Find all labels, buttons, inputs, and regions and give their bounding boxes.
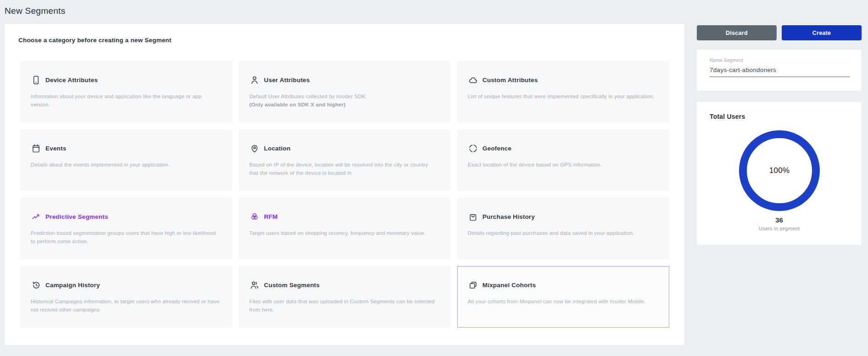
category-panel: Choose a category before creating a new … <box>5 24 684 345</box>
create-button[interactable]: Create <box>782 25 862 40</box>
category-grid: Device Attributes Information about your… <box>20 61 669 328</box>
category-card-predictive-segments[interactable]: Predictive Segments Prediction based seg… <box>20 198 232 259</box>
users-caption: Users in segment <box>697 226 862 231</box>
shopping-bag-icon <box>468 211 478 222</box>
category-card-device-attributes[interactable]: Device Attributes Information about your… <box>20 61 232 122</box>
map-pin-icon <box>249 143 259 153</box>
cohorts-icon <box>468 280 478 290</box>
category-card-custom-attributes[interactable]: Custom Attributes List of unique feature… <box>457 61 669 122</box>
panel-heading: Choose a category before creating a new … <box>18 37 172 44</box>
category-card-events[interactable]: Events Details about the events implemen… <box>20 129 232 191</box>
name-segment-card: Name Segment <box>697 50 862 91</box>
calendar-icon <box>31 143 41 153</box>
name-segment-input[interactable] <box>710 67 850 77</box>
category-card-user-attributes[interactable]: User Attributes Default User Attributes … <box>239 61 451 122</box>
trend-up-icon <box>31 211 41 222</box>
users-count: 36 <box>697 216 862 224</box>
category-card-campaign-history[interactable]: Campaign History Historical Campaigns in… <box>20 266 232 328</box>
category-card-rfm[interactable]: RFM Target users based on shopping recen… <box>239 198 451 259</box>
users-icon <box>249 280 259 290</box>
users-donut-chart: 100% <box>739 130 820 211</box>
device-icon <box>31 75 41 85</box>
donut-percent-value: 100% <box>769 166 790 175</box>
cloud-icon <box>468 75 478 85</box>
new-segments-page: New Segments Choose a category before cr… <box>0 0 868 356</box>
action-buttons: Discard Create <box>697 25 862 40</box>
name-segment-label: Name Segment <box>710 58 849 63</box>
category-card-mixpanel-cohorts[interactable]: Mixpanel Cohorts All your cohorts from M… <box>457 266 669 328</box>
discard-button[interactable]: Discard <box>697 25 777 40</box>
page-title: New Segments <box>5 6 65 16</box>
category-card-location[interactable]: Location Based on IP of the device, loca… <box>239 129 451 191</box>
total-users-heading: Total Users <box>710 113 745 120</box>
category-card-geofence[interactable]: Geofence Exact location of the device ba… <box>457 129 669 191</box>
user-icon <box>249 75 259 85</box>
history-clock-icon <box>31 280 41 290</box>
geofence-icon <box>468 143 478 153</box>
category-card-custom-segments[interactable]: Custom Segments Files with user data tha… <box>239 266 451 328</box>
rfm-circles-icon <box>249 211 259 222</box>
total-users-card: Total Users 100% 36 Users in segment <box>697 102 862 245</box>
category-card-purchase-history[interactable]: Purchase History Details regarding past … <box>457 198 669 259</box>
